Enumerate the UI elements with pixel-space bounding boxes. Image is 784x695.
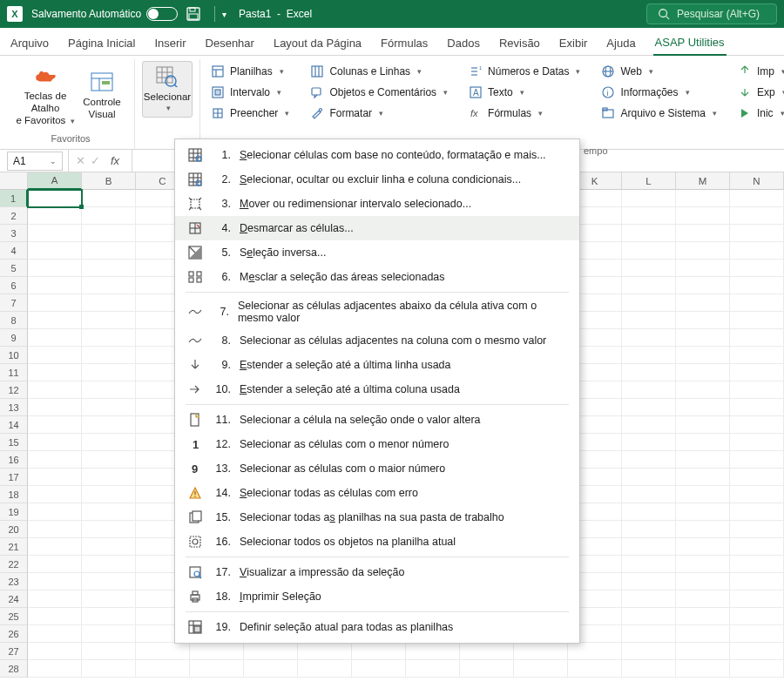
cell[interactable]	[622, 469, 676, 486]
menu-item-12[interactable]: 112.Selecionar as células com o menor nú…	[175, 432, 579, 456]
cell[interactable]	[730, 469, 784, 486]
cell[interactable]	[28, 503, 82, 521]
menu-item-5[interactable]: 5.Seleção inversa...	[175, 240, 579, 265]
row-header-17[interactable]: 17	[0, 469, 28, 486]
cell[interactable]	[82, 399, 136, 416]
cell[interactable]	[82, 590, 136, 608]
select-all-corner[interactable]	[0, 172, 28, 190]
col-header-L[interactable]: L	[622, 172, 676, 190]
search-box[interactable]: Pesquisar (Alt+G)	[646, 3, 777, 24]
cell[interactable]	[460, 660, 514, 678]
row-header-25[interactable]: 25	[0, 608, 28, 625]
cell[interactable]	[28, 225, 82, 242]
row-header-10[interactable]: 10	[0, 347, 28, 364]
cell[interactable]	[82, 625, 136, 643]
row-header-24[interactable]: 24	[0, 590, 28, 608]
menu-item-4[interactable]: 4.Desmarcar as células...	[175, 216, 579, 240]
cell[interactable]	[82, 573, 136, 590]
cell[interactable]	[676, 608, 730, 625]
cell[interactable]	[676, 503, 730, 521]
cell[interactable]	[82, 434, 136, 451]
cell[interactable]	[28, 538, 82, 556]
cell[interactable]	[82, 225, 136, 242]
cell[interactable]	[82, 643, 136, 660]
cell[interactable]	[730, 451, 784, 469]
cell[interactable]	[82, 242, 136, 260]
cell[interactable]	[28, 364, 82, 381]
ribbon-item-exp[interactable]: Exp▾	[734, 84, 784, 101]
cell[interactable]	[676, 260, 730, 277]
row-header-28[interactable]: 28	[0, 660, 28, 678]
autosave-toggle[interactable]	[146, 7, 178, 21]
row-header-19[interactable]: 19	[0, 503, 28, 521]
cell[interactable]	[82, 451, 136, 469]
save-icon[interactable]	[186, 7, 200, 21]
cell[interactable]	[28, 277, 82, 294]
cell[interactable]	[514, 660, 568, 678]
menu-item-15[interactable]: 15.Selecionar todas as planilhas na sua …	[175, 505, 579, 530]
cell[interactable]	[676, 242, 730, 260]
cell[interactable]	[28, 294, 82, 312]
cell[interactable]	[730, 190, 784, 207]
cell[interactable]	[622, 608, 676, 625]
cell[interactable]	[730, 364, 784, 381]
cell[interactable]	[82, 294, 136, 312]
cell[interactable]	[676, 225, 730, 242]
row-header-6[interactable]: 6	[0, 277, 28, 294]
cell[interactable]	[676, 312, 730, 329]
cell[interactable]	[28, 190, 82, 207]
ribbon-item-inic[interactable]: Inic▾	[734, 105, 784, 122]
row-header-26[interactable]: 26	[0, 625, 28, 643]
row-header-7[interactable]: 7	[0, 294, 28, 312]
cell[interactable]	[676, 590, 730, 608]
cell[interactable]	[28, 469, 82, 486]
cell[interactable]	[676, 573, 730, 590]
tab-asap-utilities[interactable]: ASAP Utilities	[653, 30, 727, 56]
row-header-20[interactable]: 20	[0, 521, 28, 538]
cell[interactable]	[676, 294, 730, 312]
cell[interactable]	[406, 660, 460, 678]
cell[interactable]	[730, 521, 784, 538]
cell[interactable]	[28, 242, 82, 260]
cell[interactable]	[28, 521, 82, 538]
cell[interactable]	[136, 643, 190, 660]
chevron-down-icon[interactable]: ⌄	[50, 157, 57, 165]
tab-desenhar[interactable]: Desenhar	[204, 31, 256, 55]
cell[interactable]	[730, 556, 784, 573]
cell[interactable]	[730, 225, 784, 242]
cell[interactable]	[352, 660, 406, 678]
tab-exibir[interactable]: Exibir	[558, 31, 590, 55]
cell[interactable]	[622, 225, 676, 242]
menu-item-17[interactable]: 17.Visualizar a impressão da seleção	[175, 560, 579, 584]
cell[interactable]	[730, 242, 784, 260]
cell[interactable]	[730, 608, 784, 625]
cancel-icon[interactable]: ✕	[76, 154, 85, 167]
row-header-2[interactable]: 2	[0, 207, 28, 225]
cell[interactable]	[676, 486, 730, 503]
tab-revis-o[interactable]: Revisão	[497, 31, 542, 55]
cell[interactable]	[622, 556, 676, 573]
col-header-N[interactable]: N	[730, 172, 784, 190]
row-header-21[interactable]: 21	[0, 538, 28, 556]
cell[interactable]	[622, 190, 676, 207]
ribbon-item-arquivo-e-sistema[interactable]: Arquivo e Sistema▾	[598, 105, 720, 122]
cell[interactable]	[676, 207, 730, 225]
cell[interactable]	[82, 207, 136, 225]
row-header-1[interactable]: 1	[0, 190, 28, 207]
tab-arquivo[interactable]: Arquivo	[9, 31, 51, 55]
ribbon-item-objetos-e-coment-rios[interactable]: Objetos e Comentários▾	[307, 84, 451, 101]
cell[interactable]	[28, 329, 82, 347]
cell[interactable]	[622, 399, 676, 416]
cell[interactable]	[730, 486, 784, 503]
cell[interactable]	[28, 434, 82, 451]
ribbon-item-web[interactable]: Web▾	[598, 63, 720, 80]
cell[interactable]	[730, 660, 784, 678]
cell[interactable]	[622, 573, 676, 590]
row-header-3[interactable]: 3	[0, 225, 28, 242]
row-header-4[interactable]: 4	[0, 242, 28, 260]
cell[interactable]	[622, 312, 676, 329]
cell[interactable]	[568, 660, 622, 678]
cell[interactable]	[622, 451, 676, 469]
cell[interactable]	[82, 538, 136, 556]
ribbon-item-preencher[interactable]: Preencher▾	[207, 105, 293, 122]
